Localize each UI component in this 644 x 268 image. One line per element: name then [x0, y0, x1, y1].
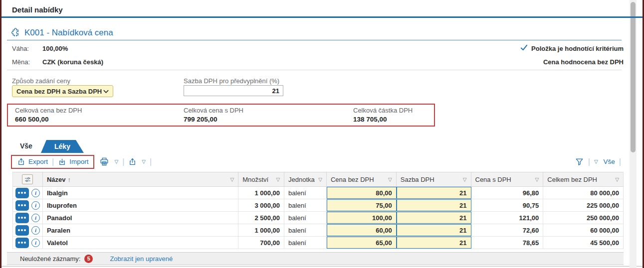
- view-select[interactable]: ▽ Vše: [594, 158, 615, 165]
- total-no-vat-value: 660 500,00: [15, 116, 82, 123]
- row-name: Panadol: [43, 212, 238, 224]
- total-with-vat-value: 799 205,00: [184, 116, 243, 123]
- toolbar-separator: |: [48, 157, 58, 166]
- row-actions-button[interactable]: [15, 200, 29, 211]
- header-price-with-vat[interactable]: Cena s DPH: [475, 176, 511, 183]
- row-total-no-vat: 225 000,00: [543, 199, 623, 211]
- toolbar-separator: |: [615, 157, 625, 166]
- filter-button[interactable]: [575, 157, 584, 166]
- tab-leky[interactable]: Léky: [41, 140, 84, 153]
- row-total-no-vat: 80 000,00: [543, 187, 623, 199]
- row-quantity: 700,00: [238, 237, 284, 249]
- header-name-filter-icon[interactable]: ▽: [230, 177, 234, 182]
- vat-rate-input[interactable]: 21: [397, 237, 471, 249]
- info-icon[interactable]: i: [31, 189, 40, 197]
- price-mode-select[interactable]: Cena bez DPH a Sazba DPH: [12, 85, 113, 97]
- vat-rate-input[interactable]: 21: [397, 187, 471, 199]
- table-row: i Ibalgin 1 000,00 balení 80,00 21 96,80…: [13, 187, 623, 199]
- row-name: Paralen: [43, 224, 238, 236]
- header-vat-rate[interactable]: Sazba DPH: [401, 176, 434, 183]
- header-price-with-vat-filter-icon[interactable]: ▽: [535, 177, 539, 182]
- row-actions-button[interactable]: [15, 225, 29, 236]
- import-label: Import: [69, 158, 88, 165]
- total-vat-amount: Celková částka DPH 138 705,00: [353, 107, 413, 123]
- total-with-vat-label: Celková cena s DPH: [184, 107, 243, 114]
- tab-all[interactable]: Vše: [20, 142, 32, 150]
- header-name[interactable]: Název: [47, 176, 66, 183]
- criterion-header: K001 - Nabídková cena: [11, 27, 113, 39]
- vat-prefill-label: Sazba DPH pro předvyplnění (%): [184, 77, 279, 85]
- sort-asc-icon[interactable]: ↑: [67, 176, 71, 183]
- puzzle-icon: [11, 27, 20, 39]
- print-dropdown-icon[interactable]: ▽: [114, 159, 118, 164]
- row-price-with-vat: 121,00: [471, 212, 544, 224]
- total-no-vat: Celková cena bez DPH 660 500,00: [15, 107, 82, 123]
- page-title: Detail nabídky: [12, 5, 63, 14]
- table-row: i Valetol 700,00 balení 65,00 21 78,65 4…: [13, 237, 623, 249]
- show-edited-link[interactable]: Zobrazit jen upravené: [110, 255, 173, 263]
- info-icon[interactable]: i: [31, 214, 40, 222]
- header-price-no-vat[interactable]: Cena bez DPH: [331, 176, 374, 183]
- row-price-with-vat: 72,60: [471, 224, 544, 236]
- header-unit[interactable]: Jednotka: [288, 176, 315, 183]
- column-settings-button[interactable]: [22, 174, 33, 184]
- row-actions-button[interactable]: [15, 188, 29, 198]
- row-total-no-vat: 45 500,00: [543, 237, 623, 249]
- share-button[interactable]: ▽: [128, 157, 146, 166]
- toolbar-separator: |: [584, 157, 594, 166]
- table-row: i Ibuprofen 3 000,00 balení 75,00 21 90,…: [13, 199, 623, 212]
- vat-rate-input[interactable]: 21: [397, 224, 471, 236]
- row-actions-button[interactable]: [15, 238, 29, 248]
- info-icon[interactable]: i: [31, 226, 40, 235]
- header-unit-filter-icon[interactable]: ▽: [318, 177, 322, 182]
- price-no-vat-input[interactable]: 60,00: [327, 224, 397, 236]
- header-vat-rate-filter-icon[interactable]: ▽: [463, 177, 467, 182]
- toolbar-separator: |: [146, 157, 156, 166]
- table-row: i Paralen 1 000,00 balení 60,00 21 72,60…: [13, 224, 623, 237]
- share-dropdown-icon[interactable]: ▽: [142, 159, 146, 164]
- total-with-vat: Celková cena s DPH 799 205,00: [184, 107, 243, 123]
- import-button[interactable]: Import: [58, 157, 88, 166]
- print-button[interactable]: ▽: [99, 157, 118, 166]
- weight-label: Váha:: [12, 45, 29, 52]
- info-icon[interactable]: i: [31, 201, 40, 210]
- view-all-label: Vše: [604, 158, 615, 165]
- table-row: i Panadol 2 500,00 balení 100,00 21 121,…: [13, 212, 623, 224]
- page-left-border: [0, 0, 1, 268]
- export-label: Export: [28, 158, 48, 165]
- header-total-no-vat-filter-icon[interactable]: ▽: [615, 177, 619, 182]
- checkmark-icon: [520, 44, 528, 52]
- price-no-vat-input[interactable]: 100,00: [327, 212, 397, 224]
- row-quantity: 1 000,00: [238, 224, 284, 236]
- row-unit: balení: [284, 199, 327, 211]
- price-no-vat-input[interactable]: 75,00: [327, 199, 397, 211]
- header-quantity[interactable]: Množství: [242, 176, 268, 183]
- weight-value: 100,00%: [42, 45, 68, 52]
- view-dropdown-icon[interactable]: ▽: [594, 159, 598, 164]
- total-vat-amount-label: Celková částka DPH: [353, 107, 413, 114]
- vat-prefill-input[interactable]: [184, 85, 283, 96]
- row-name: Valetol: [43, 237, 238, 249]
- row-actions-button[interactable]: [15, 213, 29, 223]
- chevron-down-icon: [103, 88, 109, 95]
- price-no-vat-input[interactable]: 65,00: [327, 237, 397, 249]
- price-no-vat-input[interactable]: 80,00: [327, 187, 397, 199]
- scrollbar-thumb[interactable]: [631, 2, 636, 152]
- row-price-with-vat: 90,75: [471, 199, 544, 211]
- info-icon[interactable]: i: [31, 239, 40, 247]
- evaluation-note: Cena hodnocena bez DPH: [543, 58, 624, 66]
- header-price-no-vat-filter-icon[interactable]: ▽: [388, 177, 392, 182]
- total-no-vat-label: Celková cena bez DPH: [15, 107, 82, 114]
- criterion-note-text: Položka je hodnotící kritérium: [531, 45, 624, 52]
- header-total-no-vat[interactable]: Celkem bez DPH: [547, 176, 597, 183]
- export-button[interactable]: Export: [17, 157, 48, 166]
- row-total-no-vat: 60 000,00: [543, 224, 623, 236]
- header-quantity-filter-icon[interactable]: ▽: [276, 177, 280, 182]
- row-name: Ibalgin: [43, 187, 238, 199]
- row-quantity: 3 000,00: [238, 199, 284, 211]
- vat-rate-input[interactable]: 21: [397, 212, 471, 224]
- export-import-group: Export | Import: [11, 155, 94, 169]
- vat-rate-input[interactable]: 21: [397, 199, 471, 211]
- row-quantity: 2 500,00: [238, 212, 284, 224]
- row-unit: balení: [284, 212, 327, 224]
